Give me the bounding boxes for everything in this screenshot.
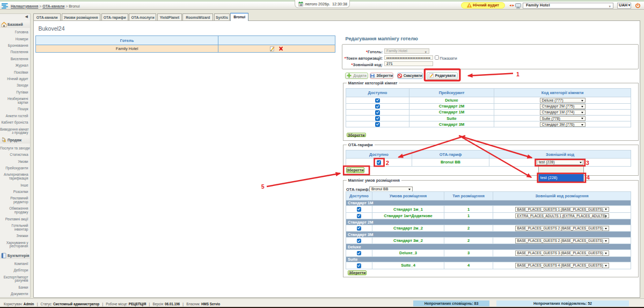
svg-text:10: 10 [299, 3, 303, 6]
